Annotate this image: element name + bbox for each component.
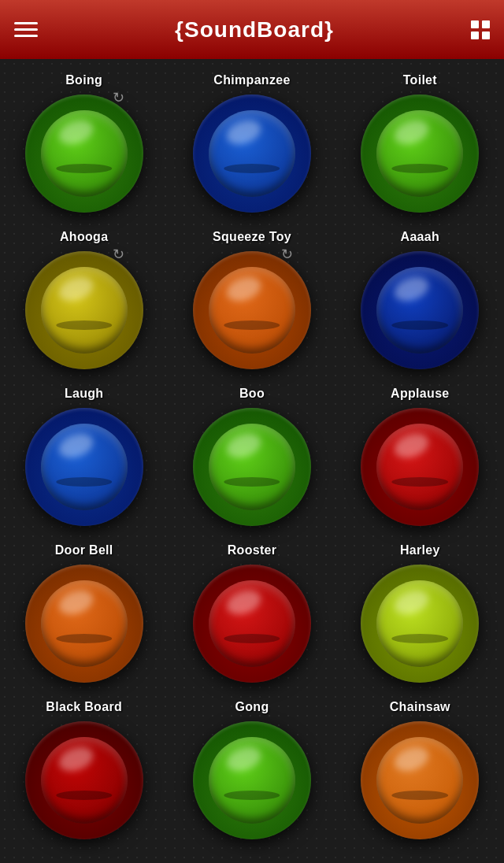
applause-label: Applause (391, 387, 449, 401)
chimpanzee-button[interactable] (191, 92, 313, 214)
menu-button[interactable] (14, 22, 38, 37)
harley-button[interactable] (359, 562, 481, 684)
aaaah-button[interactable] (359, 249, 481, 371)
chainsaw-button[interactable] (359, 719, 481, 841)
harley-label: Harley (400, 543, 440, 557)
boing-button[interactable] (23, 92, 145, 214)
ahooga-button[interactable] (23, 249, 145, 371)
cell-boing: Boing ↻ (0, 67, 168, 224)
cell-black-board: Black Board (0, 694, 168, 850)
ahooga-label: Ahooga (60, 230, 108, 244)
boo-label: Boo (239, 387, 265, 401)
app-title: {SoundBoard} (175, 17, 334, 43)
gong-button[interactable] (191, 719, 313, 841)
laugh-label: Laugh (65, 387, 104, 401)
cell-squeeze-toy: Squeeze Toy ↻ (168, 224, 335, 380)
cell-boo: Boo (168, 380, 335, 537)
boing-label: Boing (65, 73, 102, 87)
black-board-button[interactable] (23, 719, 145, 841)
cell-ahooga: Ahooga ↻ (0, 224, 168, 380)
door-bell-label: Door Bell (55, 543, 113, 557)
cell-door-bell: Door Bell (0, 537, 168, 694)
gong-label: Gong (235, 700, 269, 714)
boo-button[interactable] (191, 406, 313, 528)
squeeze-toy-button[interactable] (191, 249, 313, 371)
cell-chainsaw: Chainsaw (336, 694, 504, 850)
toilet-label: Toilet (403, 73, 437, 87)
laugh-button[interactable] (23, 406, 145, 528)
cell-aaaah: Aaaah (336, 224, 504, 380)
door-bell-button[interactable] (23, 562, 145, 684)
cell-gong: Gong (168, 694, 335, 850)
app-header: {SoundBoard} (0, 0, 504, 59)
aaaah-label: Aaaah (401, 230, 440, 244)
cell-toilet: Toilet (336, 67, 504, 224)
cell-chimpanzee: Chimpanzee (168, 67, 335, 224)
grid-view-button[interactable] (471, 20, 490, 39)
toilet-button[interactable] (359, 92, 481, 214)
chimpanzee-label: Chimpanzee (213, 73, 290, 87)
chainsaw-label: Chainsaw (390, 700, 450, 714)
rooster-label: Rooster (228, 543, 277, 557)
cell-applause: Applause (336, 380, 504, 537)
cell-rooster: Rooster (168, 537, 335, 694)
soundboard-grid: Boing ↻ Chimpanzee Toilet (0, 59, 504, 863)
rooster-button[interactable] (191, 562, 313, 684)
black-board-label: Black Board (46, 700, 122, 714)
cell-harley: Harley (336, 537, 504, 694)
squeeze-toy-label: Squeeze Toy (213, 230, 291, 244)
cell-laugh: Laugh (0, 380, 168, 537)
applause-button[interactable] (359, 406, 481, 528)
